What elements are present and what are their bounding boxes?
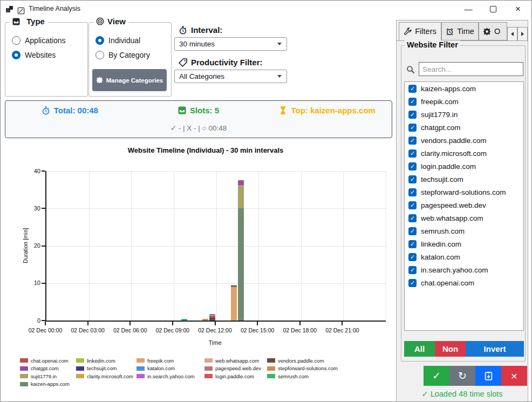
- radio-individual[interactable]: Individual: [96, 36, 171, 45]
- x-tick-mark: [299, 322, 301, 325]
- legend-swatch: [267, 358, 275, 363]
- legend-swatch: [137, 358, 145, 363]
- legend-item: linkedin.com: [76, 357, 137, 365]
- productivity-filter-label: Productivity Filter:: [191, 58, 263, 67]
- invert-selection-button[interactable]: Invert: [466, 341, 524, 357]
- select-none-label: Non: [442, 344, 458, 353]
- list-item-label: linkedin.com: [421, 240, 461, 248]
- search-icon: [406, 65, 415, 74]
- y-tick-mark: [42, 171, 45, 172]
- select-none-button[interactable]: Non: [435, 341, 466, 357]
- productivity-filter-select[interactable]: All Categories: [174, 70, 287, 83]
- legend-swatch: [20, 374, 28, 378]
- gridline: [301, 171, 302, 321]
- select-all-button[interactable]: All: [404, 341, 435, 357]
- checkbox-checked-icon[interactable]: ✓: [408, 137, 417, 145]
- interval-label: Interval:: [191, 25, 222, 35]
- list-item-label: kaizen-apps.com: [421, 85, 476, 93]
- x-tick-mark: [215, 322, 216, 325]
- x-tick-label: 02 Dec 21:00: [317, 327, 367, 333]
- checkbox-checked-icon[interactable]: ✓: [408, 253, 417, 261]
- refresh-button[interactable]: ↻: [449, 366, 475, 386]
- bar-segment: [238, 185, 244, 209]
- legend-label: chatgpt.com: [31, 365, 59, 371]
- chart-plot-area: [45, 171, 386, 322]
- interval-select[interactable]: 30 minutes: [174, 37, 287, 51]
- legend-label: sujit1779.in: [31, 373, 57, 379]
- list-item[interactable]: ✓kaizen-apps.com: [405, 82, 523, 95]
- radio-by-category-circle[interactable]: [96, 51, 104, 59]
- y-tick-mark: [42, 283, 45, 284]
- view-group-label-text: View: [107, 17, 126, 26]
- list-item[interactable]: ✓clarity.microsoft.com: [405, 147, 523, 160]
- checkbox-checked-icon[interactable]: ✓: [408, 266, 417, 274]
- radio-websites-circle[interactable]: [12, 51, 21, 59]
- maximize-button[interactable]: [481, 1, 506, 17]
- list-item[interactable]: ✓semrush.com: [405, 224, 523, 237]
- radio-applications[interactable]: Applications: [12, 36, 87, 45]
- stat-slots-text: Slots: 5: [190, 106, 219, 115]
- list-item[interactable]: ✓stepforward-solutions.com: [405, 186, 523, 199]
- checkbox-checked-icon[interactable]: ✓: [408, 149, 417, 158]
- list-item[interactable]: ✓linkedin.com: [405, 237, 523, 250]
- titlebar: Timeline Analysis — ×: [1, 1, 531, 18]
- close-button[interactable]: ×: [506, 1, 530, 17]
- radio-applications-circle[interactable]: [12, 36, 21, 45]
- list-item[interactable]: ✓sujit1779.in: [405, 108, 523, 121]
- list-item[interactable]: ✓login.paddle.com: [405, 160, 523, 173]
- close-panel-button[interactable]: ×: [501, 366, 527, 386]
- apply-button[interactable]: ✓: [424, 366, 449, 386]
- list-item[interactable]: ✓in.search.yahoo.com: [405, 263, 523, 276]
- checkbox-checked-icon[interactable]: ✓: [408, 124, 417, 132]
- radio-websites[interactable]: Websites: [12, 51, 87, 59]
- legend-swatch: [76, 374, 84, 378]
- checkbox-checked-icon[interactable]: ✓: [408, 85, 417, 93]
- manage-categories-button[interactable]: Manage Categories: [92, 69, 167, 91]
- checkbox-checked-icon[interactable]: ✓: [408, 214, 417, 222]
- gridline: [216, 171, 217, 321]
- x-tick-mark: [129, 322, 131, 325]
- checkbox-checked-icon[interactable]: ✓: [408, 227, 417, 235]
- list-item[interactable]: ✓chat.openai.com: [405, 276, 523, 289]
- minimize-button[interactable]: —: [456, 1, 481, 17]
- list-item[interactable]: ✓techsujit.com: [405, 173, 523, 186]
- close-icon: ×: [511, 370, 517, 383]
- tab-scroll-left-button[interactable]: [507, 27, 517, 41]
- website-filter-list[interactable]: ✓kaizen-apps.com✓freepik.com✓sujit1779.i…: [404, 81, 524, 331]
- list-item-label: chat.openai.com: [421, 279, 474, 287]
- tab-scroll-right-button[interactable]: [517, 27, 528, 41]
- app-icon: [6, 6, 13, 13]
- checkbox-checked-icon[interactable]: ✓: [408, 175, 417, 183]
- legend-item: stepforward-solutions.com: [267, 365, 348, 373]
- checkbox-checked-icon[interactable]: ✓: [408, 279, 417, 287]
- checkbox-checked-icon[interactable]: ✓: [408, 162, 417, 171]
- checkbox-checked-icon[interactable]: ✓: [408, 240, 417, 248]
- checkbox-checked-icon[interactable]: ✓: [408, 98, 417, 106]
- tab-filters[interactable]: Filters: [399, 22, 441, 40]
- checkbox-checked-icon[interactable]: ✓: [408, 201, 417, 209]
- checkbox-checked-icon[interactable]: ✓: [408, 111, 417, 119]
- list-item[interactable]: ✓web.whatsapp.com: [405, 212, 523, 224]
- radio-websites-label: Websites: [25, 51, 56, 59]
- legend-item: techsujit.com: [76, 365, 137, 373]
- legend-item: semrush.com: [267, 372, 348, 380]
- legend-swatch: [20, 366, 28, 371]
- list-item[interactable]: ✓chatgpt.com: [405, 121, 523, 134]
- tab-time[interactable]: Time: [441, 22, 479, 40]
- export-button[interactable]: [475, 366, 501, 386]
- y-tick-label: 10: [19, 280, 40, 286]
- search-input[interactable]: [419, 62, 523, 76]
- checkbox-checked-icon[interactable]: ✓: [408, 188, 417, 196]
- list-item[interactable]: ✓freepik.com: [405, 95, 523, 108]
- list-item[interactable]: ✓pagespeed.web.dev: [405, 199, 523, 212]
- list-item-label: techsujit.com: [421, 175, 463, 183]
- stacked-bar: [231, 285, 237, 321]
- list-item[interactable]: ✓vendors.paddle.com: [405, 134, 523, 147]
- radio-by-category[interactable]: By Category: [96, 51, 171, 59]
- radio-individual-circle[interactable]: [96, 36, 104, 45]
- legend-label: vendors.paddle.com: [278, 358, 324, 364]
- tab-options[interactable]: O: [479, 22, 507, 40]
- legend-label: techsujit.com: [87, 365, 117, 371]
- list-item[interactable]: ✓katalon.com: [405, 250, 523, 263]
- stats-detail: ✓ - | X - | ○ 00:48: [5, 124, 392, 132]
